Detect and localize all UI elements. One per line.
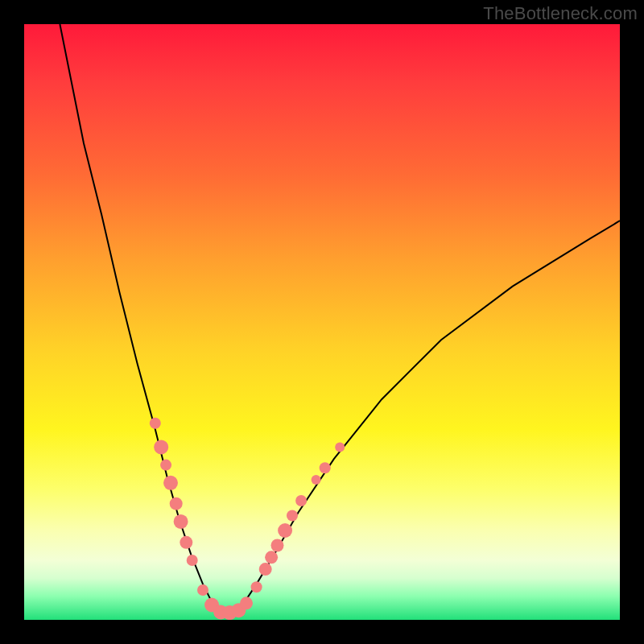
- marker-dot: [240, 597, 253, 609]
- marker-dot: [312, 475, 321, 485]
- marker-dot: [150, 418, 161, 429]
- marker-dot: [197, 584, 208, 596]
- marker-dot: [163, 476, 178, 490]
- marker-group: [150, 418, 345, 620]
- marker-dot: [251, 581, 262, 592]
- chart-svg: [24, 24, 620, 620]
- marker-dot: [287, 510, 298, 522]
- marker-dot: [259, 563, 272, 576]
- marker-dot: [154, 440, 168, 454]
- watermark-text: TheBottleneck.com: [483, 3, 638, 24]
- marker-dot: [160, 460, 171, 471]
- marker-dot: [187, 555, 198, 566]
- marker-dot: [265, 551, 278, 564]
- marker-dot: [174, 514, 188, 529]
- marker-dot: [278, 523, 292, 538]
- chart-frame: TheBottleneck.com: [0, 0, 644, 644]
- marker-dot: [170, 497, 183, 510]
- marker-dot: [295, 495, 307, 506]
- plot-area: [24, 24, 620, 620]
- marker-dot: [180, 536, 192, 549]
- marker-dot: [335, 442, 345, 452]
- marker-dot: [320, 462, 331, 473]
- marker-dot: [271, 539, 284, 552]
- bottleneck-curve: [60, 24, 620, 614]
